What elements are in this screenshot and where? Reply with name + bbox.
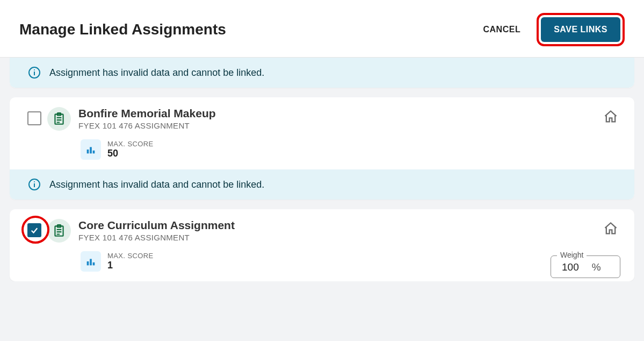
svg-rect-21: [93, 262, 95, 266]
max-score-label: MAX. SCORE: [107, 252, 154, 260]
save-links-button[interactable]: SAVE LINKS: [541, 17, 620, 42]
svg-rect-10: [93, 151, 95, 154]
save-button-highlight: SAVE LINKS: [537, 13, 625, 46]
invalid-banner: Assignment has invalid data and cannot b…: [10, 169, 634, 200]
score-text: MAX. SCORE 1: [107, 252, 154, 271]
assignment-card: Assignment has invalid data and cannot b…: [10, 58, 634, 88]
score-row: MAX. SCORE 1: [10, 248, 634, 281]
invalid-banner: Assignment has invalid data and cannot b…: [10, 58, 634, 88]
checkbox-wrapper: [21, 107, 47, 125]
assignment-row: Bonfire Memorial Makeup FYEX 101 476 ASS…: [10, 97, 634, 136]
svg-rect-8: [87, 150, 89, 153]
home-icon[interactable]: [603, 221, 618, 238]
assignment-checkbox[interactable]: [27, 111, 41, 125]
assignment-title: Bonfire Memorial Makeup: [78, 107, 623, 120]
cancel-button[interactable]: CANCEL: [480, 24, 524, 35]
svg-rect-20: [90, 259, 92, 265]
assignment-row: Core Curriculum Assignment FYEX 101 476 …: [10, 209, 634, 248]
assignment-body: Bonfire Memorial Makeup FYEX 101 476 ASS…: [78, 107, 623, 130]
weight-label: Weight: [557, 251, 587, 259]
svg-rect-19: [87, 261, 89, 265]
invalid-message: Assignment has invalid data and cannot b…: [49, 67, 264, 79]
assignment-title: Core Curriculum Assignment: [78, 219, 623, 232]
invalid-message: Assignment has invalid data and cannot b…: [49, 179, 264, 190]
checkbox-wrapper: [21, 219, 47, 237]
svg-rect-9: [90, 147, 92, 153]
info-icon: [28, 66, 41, 79]
content-area: Assignment has invalid data and cannot b…: [0, 58, 644, 281]
dialog-header: Manage Linked Assignments CANCEL SAVE LI…: [0, 0, 644, 58]
clipboard-icon: [47, 219, 71, 243]
assignment-subtitle: FYEX 101 476 ASSIGNMENT: [78, 121, 623, 130]
info-icon: [28, 178, 41, 191]
home-icon[interactable]: [603, 109, 618, 126]
max-score-value: 50: [107, 148, 154, 159]
assignment-card: Bonfire Memorial Makeup FYEX 101 476 ASS…: [10, 97, 634, 200]
clipboard-icon: [47, 107, 71, 131]
header-actions: CANCEL SAVE LINKS: [480, 13, 625, 46]
svg-point-13: [34, 181, 35, 182]
weight-unit: %: [592, 261, 601, 273]
weight-field-wrapper: Weight 100 %: [551, 255, 620, 278]
assignment-body: Core Curriculum Assignment FYEX 101 476 …: [78, 219, 623, 242]
max-score-label: MAX. SCORE: [107, 140, 154, 148]
bar-chart-icon: [81, 139, 101, 160]
weight-value: 100: [562, 261, 579, 273]
assignment-card: Core Curriculum Assignment FYEX 101 476 …: [10, 209, 634, 281]
assignment-subtitle: FYEX 101 476 ASSIGNMENT: [78, 233, 623, 242]
svg-point-2: [34, 69, 35, 70]
assignment-checkbox[interactable]: [27, 223, 41, 237]
score-text: MAX. SCORE 50: [107, 140, 154, 159]
score-row: MAX. SCORE 50: [10, 136, 634, 169]
max-score-value: 1: [107, 260, 154, 271]
bar-chart-icon: [81, 251, 101, 272]
page-title: Manage Linked Assignments: [19, 21, 226, 38]
